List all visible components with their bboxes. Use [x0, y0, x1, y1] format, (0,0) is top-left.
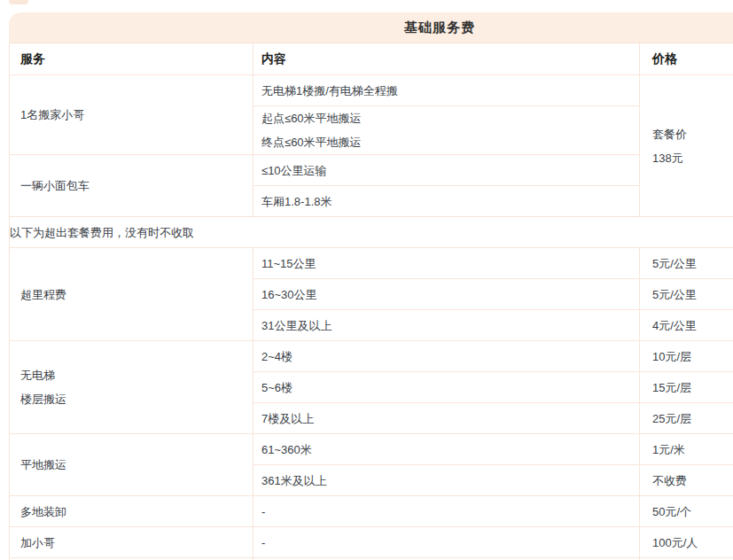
cell-price: 4元/公里 — [640, 310, 733, 341]
cell-content: 31公里及以上 — [253, 310, 640, 341]
cell-price: 10元/层 — [640, 341, 733, 372]
cell-service: 平地搬运 — [10, 434, 253, 496]
scroll-artifact — [9, 0, 28, 4]
cell-content: - — [253, 496, 640, 527]
cell-content: 7楼及以上 — [253, 403, 640, 434]
excess-fee-note: 以下为超出套餐费用，没有时不收取 — [10, 217, 733, 248]
cell-price: 5元/公里 — [640, 279, 733, 310]
table-row: 平地搬运61~360米1元/米 — [10, 434, 733, 465]
table-row: 一辆小面包车≤10公里运输 — [10, 155, 733, 186]
cell-price: 100元/人 — [640, 527, 733, 558]
cell-price: 50元/个 — [640, 496, 733, 527]
page-viewport: 基础服务费 服务 内容 价格 1名搬家小哥无电梯1楼搬/有电梯全程搬套餐价 13… — [0, 0, 733, 560]
cell-content: 16~30公里 — [253, 279, 640, 310]
cell-service: 加小哥 — [10, 527, 253, 558]
cell-service: 1名搬家小哥 — [10, 75, 253, 155]
base-service-fee-table: 基础服务费 服务 内容 价格 1名搬家小哥无电梯1楼搬/有电梯全程搬套餐价 13… — [9, 12, 733, 560]
table-row: 加小哥-100元/人 — [10, 527, 733, 558]
cell-content: 61~360米 — [253, 434, 640, 465]
column-header-content: 内容 — [253, 43, 640, 75]
cell-price: 25元/层 — [640, 403, 733, 434]
cell-price: 15元/层 — [640, 372, 733, 403]
cell-content: 11~15公里 — [253, 248, 640, 279]
cell-content: 2~4楼 — [253, 341, 640, 372]
cell-price: 不收费 — [640, 465, 733, 496]
table-row: 1名搬家小哥无电梯1楼搬/有电梯全程搬套餐价 138元 — [10, 75, 733, 106]
fee-table: 服务 内容 价格 1名搬家小哥无电梯1楼搬/有电梯全程搬套餐价 138元起点≤6… — [9, 43, 733, 560]
cell-content: 361米及以上 — [253, 465, 640, 496]
cell-content: 车厢1.8-1.8米 — [253, 186, 640, 217]
cell-service: 多地装卸 — [10, 496, 253, 527]
cell-service: 超里程费 — [10, 248, 253, 341]
header-row: 服务 内容 价格 — [10, 43, 733, 75]
table-row: 多地装卸-50元/个 — [10, 496, 733, 527]
cell-content: 无电梯1楼搬/有电梯全程搬 — [253, 75, 640, 106]
table-title-band: 基础服务费 — [9, 12, 733, 43]
column-header-price: 价格 — [640, 43, 733, 75]
cell-price: 套餐价 138元 — [640, 75, 733, 217]
cell-content: 5~6楼 — [253, 372, 640, 403]
cell-content: - — [253, 527, 640, 558]
cell-price: 1元/米 — [640, 434, 733, 465]
note-row: 以下为超出套餐费用，没有时不收取 — [10, 217, 733, 248]
table-row: 无电梯 楼层搬运2~4楼10元/层 — [10, 341, 733, 372]
cell-content: ≤10公里运输 — [253, 155, 640, 186]
table-title: 基础服务费 — [404, 19, 475, 36]
cell-service: 无电梯 楼层搬运 — [10, 341, 253, 434]
fee-table-body: 1名搬家小哥无电梯1楼搬/有电梯全程搬套餐价 138元起点≤60米平地搬运 终点… — [10, 75, 733, 560]
table-row: 超里程费11~15公里5元/公里 — [10, 248, 733, 279]
cell-service: 一辆小面包车 — [10, 155, 253, 217]
cell-content: 起点≤60米平地搬运 终点≤60米平地搬运 — [253, 106, 640, 155]
column-header-service: 服务 — [10, 43, 253, 75]
cell-price: 5元/公里 — [640, 248, 733, 279]
